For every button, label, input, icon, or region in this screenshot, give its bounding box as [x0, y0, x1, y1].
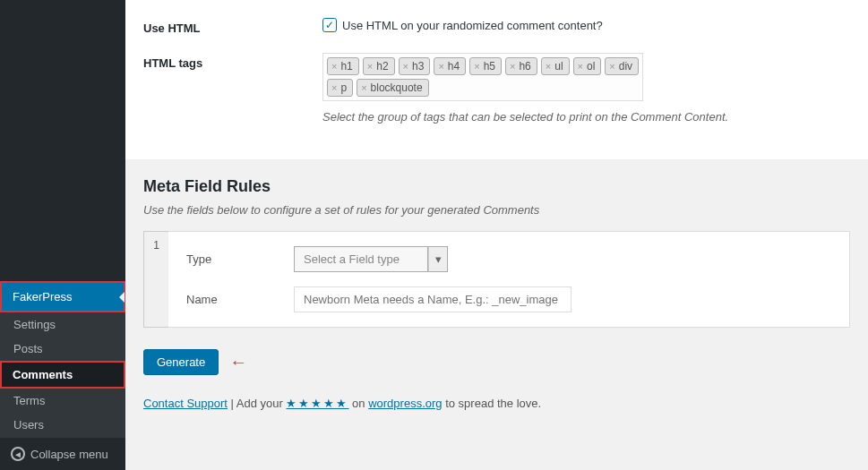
meta-type-row: Type Select a Field type ▾ — [186, 246, 831, 272]
sidebar-label: Users — [13, 418, 44, 432]
meta-rule-box: 1 Type Select a Field type ▾ Name — [143, 231, 850, 328]
tag-chip-blockquote[interactable]: ×blockquote — [357, 79, 428, 97]
tag-chip-h4[interactable]: ×h4 — [434, 57, 466, 75]
generate-area: Generate ← — [125, 328, 868, 397]
tag-label: p — [340, 81, 347, 94]
admin-sidebar: FakerPress Settings Posts Comments Terms… — [0, 0, 125, 470]
use-html-row: Use HTML ✓ Use HTML on your randomized c… — [143, 18, 850, 35]
tag-chip-h3[interactable]: ×h3 — [399, 57, 431, 75]
tag-chip-h5[interactable]: ×h5 — [469, 57, 502, 75]
footer-text: on — [348, 397, 368, 410]
tag-label: h1 — [340, 60, 352, 73]
remove-icon[interactable]: × — [510, 61, 515, 72]
use-html-label: Use HTML — [143, 18, 322, 35]
collapse-label: Collapse menu — [30, 448, 108, 461]
tag-chip-h2[interactable]: ×h2 — [363, 57, 395, 75]
meta-name-input[interactable] — [294, 286, 572, 312]
meta-type-select[interactable]: Select a Field type ▾ — [294, 246, 448, 272]
remove-icon[interactable]: × — [578, 61, 583, 72]
html-tags-help: Select the group of tags that can be sel… — [322, 110, 850, 124]
tag-label: div — [619, 60, 632, 73]
sidebar-item-settings[interactable]: Settings — [0, 312, 125, 337]
tag-label: h5 — [484, 60, 495, 73]
remove-icon[interactable]: × — [331, 82, 337, 93]
remove-icon[interactable]: × — [474, 61, 479, 72]
tag-label: h6 — [519, 60, 530, 73]
sidebar-item-fakerpress[interactable]: FakerPress — [0, 281, 125, 312]
collapse-menu[interactable]: ◄ Collapse menu — [0, 437, 125, 470]
sidebar-label: Posts — [13, 342, 43, 355]
generate-button[interactable]: Generate — [143, 349, 219, 375]
remove-icon[interactable]: × — [331, 61, 337, 72]
html-tags-box[interactable]: ×h1 ×h2 ×h3 ×h4 ×h5 ×h6 ×ul ×ol ×div ×p … — [322, 53, 643, 101]
html-tags-label: HTML tags — [143, 53, 322, 124]
select-display: Select a Field type — [294, 246, 428, 272]
tag-label: ul — [554, 60, 563, 73]
meta-section: Meta Field Rules Use the fields below to… — [125, 159, 868, 328]
meta-name-label: Name — [186, 293, 294, 306]
collapse-icon: ◄ — [11, 447, 25, 461]
tag-label: blockquote — [371, 81, 423, 94]
wordpress-org-link[interactable]: wordpress.org — [368, 397, 442, 410]
remove-icon[interactable]: × — [438, 61, 443, 72]
remove-icon[interactable]: × — [367, 61, 373, 72]
tag-label: ol — [587, 60, 595, 73]
meta-heading: Meta Field Rules — [143, 177, 850, 196]
sidebar-item-users[interactable]: Users — [0, 413, 125, 437]
tag-chip-div[interactable]: ×div — [605, 57, 639, 75]
use-html-checkbox[interactable]: ✓ — [322, 18, 337, 32]
html-tags-row: HTML tags ×h1 ×h2 ×h3 ×h4 ×h5 ×h6 ×ul ×o… — [143, 53, 850, 124]
meta-name-row: Name — [186, 286, 831, 312]
meta-type-label: Type — [186, 252, 294, 266]
remove-icon[interactable]: × — [361, 82, 366, 93]
tag-chip-p[interactable]: ×p — [327, 79, 353, 97]
sidebar-item-posts[interactable]: Posts — [0, 337, 125, 361]
sidebar-label: Comments — [13, 368, 73, 381]
chevron-down-icon[interactable]: ▾ — [428, 246, 448, 272]
sidebar-label: Terms — [13, 394, 45, 407]
sidebar-item-terms[interactable]: Terms — [0, 389, 125, 413]
use-html-text: Use HTML on your randomized comment cont… — [342, 19, 603, 32]
sidebar-label: Settings — [13, 318, 56, 331]
remove-icon[interactable]: × — [609, 61, 614, 72]
meta-rule-index: 1 — [143, 231, 168, 328]
tag-label: h4 — [448, 60, 460, 73]
main-content: Use HTML ✓ Use HTML on your randomized c… — [125, 0, 868, 470]
footer-text: | Add your — [228, 397, 287, 410]
sidebar-label: FakerPress — [13, 290, 72, 303]
sidebar-submenu: Settings Posts Comments Terms Users — [0, 312, 125, 437]
remove-icon[interactable]: × — [546, 61, 551, 72]
meta-desc: Use the fields below to configure a set … — [143, 203, 850, 217]
form-section: Use HTML ✓ Use HTML on your randomized c… — [125, 0, 868, 159]
footer: Contact Support | Add your ★★★★★ on word… — [125, 397, 868, 428]
tag-label: h3 — [412, 60, 424, 73]
tag-chip-h1[interactable]: ×h1 — [327, 57, 359, 75]
footer-text: to spread the love. — [443, 397, 542, 410]
tag-label: h2 — [376, 60, 388, 73]
rating-stars-link[interactable]: ★★★★★ — [286, 397, 348, 410]
tag-chip-ol[interactable]: ×ol — [573, 57, 602, 75]
contact-support-link[interactable]: Contact Support — [143, 397, 228, 410]
sidebar-item-comments[interactable]: Comments — [0, 361, 125, 389]
tag-chip-h6[interactable]: ×h6 — [505, 57, 537, 75]
tag-chip-ul[interactable]: ×ul — [541, 57, 570, 75]
remove-icon[interactable]: × — [403, 61, 408, 72]
arrow-annotation-icon: ← — [229, 352, 247, 372]
